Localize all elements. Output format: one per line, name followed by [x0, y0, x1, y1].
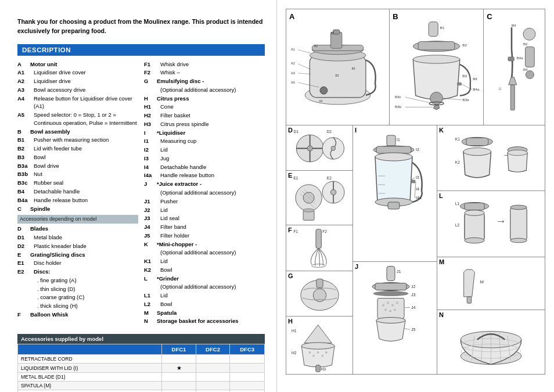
desc-item: (Optional additional accessory)	[144, 249, 265, 257]
desc-item: I4Detachable handle	[144, 163, 265, 171]
desc-item: I*Liquidiser	[144, 129, 265, 137]
svg-point-83	[312, 355, 315, 357]
svg-text:H2: H2	[292, 351, 297, 355]
desc-item: H2Filter basket	[144, 112, 265, 120]
svg-text:J2: J2	[411, 285, 416, 289]
svg-text:C: C	[499, 87, 502, 91]
svg-point-28	[430, 92, 443, 104]
desc-item: I2Lid	[144, 146, 265, 154]
section-G: G	[286, 271, 352, 317]
label-C: C	[487, 12, 492, 21]
intro-text: Thank you for choosing a product from th…	[17, 17, 265, 36]
desc-item: K*Mini-chopper -	[144, 240, 265, 249]
diagram-K-svg: K1 K2 →	[452, 131, 530, 186]
label-N: N	[439, 311, 444, 318]
svg-text:M: M	[480, 279, 484, 285]
desc-item: MSpatula	[144, 309, 265, 317]
col-DEFGH: D D1 D2	[286, 125, 353, 375]
section-F: F F1 F2	[286, 225, 352, 271]
desc-item: CSpindle	[17, 205, 138, 213]
acc-dfc3	[230, 364, 265, 373]
desc-item: H1Cone	[144, 103, 265, 111]
diagram-E-svg: E1 E2	[292, 173, 347, 222]
svg-point-7	[320, 87, 328, 94]
acc-name: METAL BLADE (D1)	[18, 373, 162, 382]
svg-rect-78	[316, 279, 322, 287]
label-H: H	[288, 318, 293, 325]
acc-dfc3	[230, 373, 265, 382]
desc-item: I3Jug	[144, 154, 265, 163]
desc-item: B2Lid with feeder tube	[17, 145, 138, 153]
svg-rect-24	[418, 42, 455, 50]
svg-rect-110	[375, 283, 406, 290]
svg-point-51	[526, 71, 534, 79]
svg-marker-32	[433, 105, 440, 110]
desc-item: J3Lid seal	[144, 214, 265, 222]
acc-dfc2	[196, 355, 230, 364]
svg-point-121	[394, 309, 396, 311]
desc-item: L1Lid	[144, 292, 265, 300]
svg-rect-143	[510, 207, 527, 240]
desc-item: I1Measuring cup	[144, 137, 265, 145]
accessories-table-header: Accessories supplied by model	[17, 334, 265, 344]
desc-item: NStorage basket for accessories	[144, 317, 265, 325]
svg-point-47	[523, 28, 535, 40]
svg-point-74	[311, 264, 325, 267]
diagram-M-svg: M	[452, 261, 530, 305]
acc-dfc3	[230, 355, 265, 364]
svg-text:→: →	[495, 215, 506, 227]
svg-rect-93	[376, 146, 411, 153]
section-C: C B4 B4a C B2	[484, 9, 545, 125]
acc-dfc1: ★	[162, 364, 196, 373]
label-B: B	[393, 12, 398, 21]
col-header-dfc2: DFC2	[196, 344, 230, 355]
svg-rect-88	[316, 365, 321, 372]
svg-point-68	[330, 190, 336, 195]
svg-text:I3: I3	[416, 175, 419, 179]
svg-point-85	[321, 355, 323, 357]
svg-text:K2: K2	[455, 160, 460, 164]
diagram-I-svg: I1 I2 I3	[353, 125, 434, 261]
label-A: A	[289, 12, 294, 21]
desc-item: A2Liquidiser drive	[17, 77, 138, 85]
desc-item: J1Pusher	[144, 197, 265, 206]
label-E: E	[288, 172, 292, 179]
col-header-dfc1: DFC1	[162, 344, 196, 355]
section-A: A	[286, 9, 390, 125]
left-page: Thank you for choosing a product from th…	[0, 0, 277, 392]
diagram-L-svg: L1 L2 →	[452, 196, 530, 251]
label-G: G	[288, 272, 293, 279]
svg-text:B3c: B3c	[395, 95, 401, 99]
desc-item: A4Release button for Liquidiser drive co…	[17, 95, 138, 111]
svg-marker-79	[304, 325, 332, 343]
desc-item: J5Filter holder	[144, 232, 265, 240]
desc-item: L*Grinder	[144, 275, 265, 283]
desc-item: D1Metal blade	[17, 233, 138, 242]
desc-item: B4Detachable handle	[17, 188, 138, 196]
col-KLMN: K K1 K2 →	[437, 125, 545, 375]
svg-point-118	[396, 302, 398, 304]
acc-dfc1	[162, 382, 196, 390]
svg-rect-90	[387, 135, 395, 146]
svg-text:B1: B1	[440, 26, 445, 30]
svg-rect-49	[526, 47, 535, 67]
acc-dfc1	[162, 373, 196, 382]
svg-text:A4: A4	[319, 100, 322, 103]
label-L: L	[439, 192, 443, 199]
section-D: D D1 D2	[286, 125, 352, 171]
desc-item: E2Discs:	[17, 268, 138, 276]
svg-point-84	[317, 351, 319, 354]
svg-text:E1: E1	[293, 177, 298, 181]
desc-item: J2Lid	[144, 206, 265, 214]
svg-rect-128	[466, 138, 488, 145]
desc-item: (Optional additional accessory)	[144, 189, 265, 197]
svg-rect-136	[465, 203, 484, 210]
section-H: H H1	[286, 317, 352, 375]
svg-rect-146	[467, 297, 472, 303]
svg-point-120	[389, 310, 391, 312]
svg-text:B4: B4	[352, 67, 355, 70]
svg-text:A1: A1	[291, 48, 295, 51]
svg-text:H3: H3	[321, 367, 326, 371]
svg-text:B3: B3	[462, 74, 467, 78]
svg-text:A3: A3	[291, 71, 295, 75]
